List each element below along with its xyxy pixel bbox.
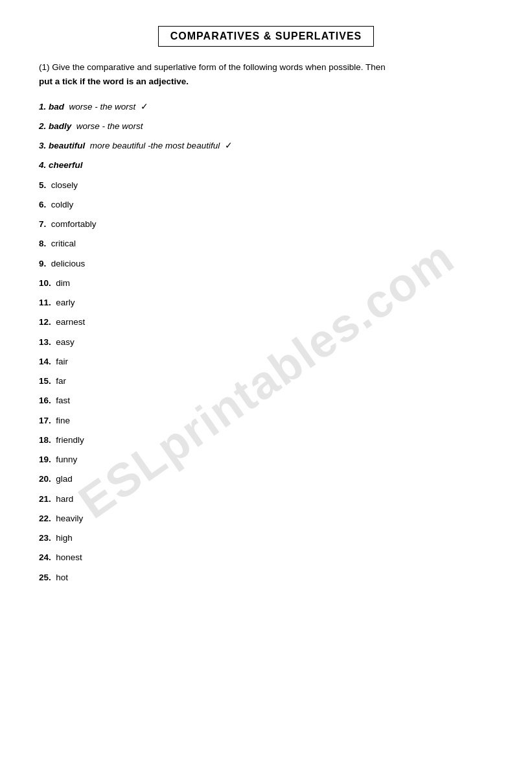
list-item: 11. early <box>39 296 493 309</box>
list-item: 21. hard <box>39 493 493 506</box>
word-number: 15. <box>39 376 51 386</box>
instructions-line1: (1) Give the comparative and superlative… <box>39 61 493 74</box>
word-plain: hot <box>56 573 68 582</box>
list-item: 3. beautiful more beautiful -the most be… <box>39 139 493 152</box>
title-text: COMPARATIVES & SUPERLATIVES <box>170 30 362 42</box>
word-number: 13. <box>39 337 51 347</box>
word-number: 23. <box>39 533 51 543</box>
word-number: 11. <box>39 298 51 307</box>
word-number: 14. <box>39 357 51 366</box>
word-number: 21. <box>39 494 51 504</box>
word-plain: fine <box>56 416 70 425</box>
word-number: 6. <box>39 200 46 209</box>
word-number: 12. <box>39 317 51 327</box>
word-number: 10. <box>39 278 51 288</box>
list-item: 24. honest <box>39 551 493 564</box>
word-list: 1. bad worse - the worst ✓2. badly worse… <box>39 101 493 584</box>
word-number: 8. <box>39 239 46 248</box>
list-item: 5. closely <box>39 179 493 192</box>
answer-text: worse - the worst <box>76 121 143 131</box>
answer-text: more beautiful -the most beautiful <box>90 141 220 150</box>
word-plain: earnest <box>56 317 85 327</box>
list-item: 25. hot <box>39 571 493 584</box>
word-plain: far <box>56 376 66 386</box>
word-number: 9. <box>39 259 46 268</box>
word-plain: coldly <box>51 200 74 209</box>
tick-mark: ✓ <box>225 141 233 150</box>
word-number: 24. <box>39 552 51 562</box>
list-item: 19. funny <box>39 453 493 466</box>
word-plain: closely <box>51 180 78 190</box>
word-plain: delicious <box>51 259 86 268</box>
list-item: 17. fine <box>39 414 493 427</box>
list-item: 2. badly worse - the worst <box>39 120 493 133</box>
list-item: 15. far <box>39 375 493 388</box>
word-plain: heavily <box>56 514 83 523</box>
word-plain: friendly <box>56 435 84 445</box>
list-item: 13. easy <box>39 336 493 349</box>
word-number: 25. <box>39 573 51 582</box>
word-label: bad <box>49 102 64 112</box>
list-item: 14. fair <box>39 355 493 368</box>
word-number: 7. <box>39 219 46 229</box>
word-number: 2. <box>39 121 46 131</box>
word-plain: fast <box>56 396 70 405</box>
word-plain: glad <box>56 474 73 484</box>
word-plain: early <box>56 298 75 307</box>
list-item: 4. cheerful <box>39 159 493 172</box>
word-plain: easy <box>56 337 75 347</box>
word-plain: honest <box>56 552 82 562</box>
word-plain: comfortably <box>51 219 97 229</box>
list-item: 7. comfortably <box>39 218 493 231</box>
list-item: 10. dim <box>39 277 493 290</box>
list-item: 12. earnest <box>39 316 493 329</box>
word-number: 22. <box>39 514 51 523</box>
instructions-line2: put a tick if the word is an adjective. <box>39 75 493 88</box>
word-plain: fair <box>56 357 68 366</box>
word-label: badly <box>49 121 71 131</box>
word-label: cheerful <box>49 160 83 170</box>
word-number: 3. <box>39 141 46 150</box>
tick-mark: ✓ <box>141 102 148 112</box>
list-item: 8. critical <box>39 237 493 250</box>
word-number: 5. <box>39 180 46 190</box>
word-label: beautiful <box>49 141 85 150</box>
list-item: 18. friendly <box>39 434 493 447</box>
header-section: COMPARATIVES & SUPERLATIVES <box>39 26 493 47</box>
word-number: 17. <box>39 416 51 425</box>
word-number: 19. <box>39 455 51 464</box>
list-item: 22. heavily <box>39 512 493 525</box>
list-item: 16. fast <box>39 394 493 407</box>
word-plain: high <box>56 533 73 543</box>
word-plain: funny <box>56 455 77 464</box>
list-item: 20. glad <box>39 473 493 486</box>
list-item: 23. high <box>39 532 493 545</box>
word-plain: hard <box>56 494 73 504</box>
word-number: 1. <box>39 102 46 112</box>
word-plain: critical <box>51 239 76 248</box>
list-item: 9. delicious <box>39 257 493 270</box>
answer-text: worse - the worst <box>69 102 136 112</box>
word-number: 16. <box>39 396 51 405</box>
word-number: 18. <box>39 435 51 445</box>
list-item: 1. bad worse - the worst ✓ <box>39 101 493 113</box>
title-box: COMPARATIVES & SUPERLATIVES <box>158 26 374 47</box>
word-plain: dim <box>56 278 70 288</box>
word-number: 20. <box>39 474 51 484</box>
list-item: 6. coldly <box>39 198 493 211</box>
instructions-bold: put a tick if the word is an adjective. <box>39 77 189 86</box>
word-number: 4. <box>39 160 46 170</box>
